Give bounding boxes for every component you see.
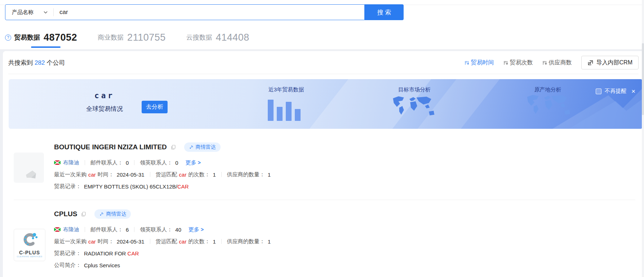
keyword-highlight: car xyxy=(179,172,187,178)
company-intro-label: 公司简介： xyxy=(54,262,81,269)
chevron-down-icon xyxy=(44,11,48,14)
last-purchase-label: 最近一次采购 xyxy=(54,238,86,245)
chevron-right-icon: > xyxy=(201,227,204,232)
import-crm-button[interactable]: 导入内部CRM xyxy=(581,56,639,69)
page: 产品名称 搜 索 ? 贸易数据 487052 商业数据 2110755 云搜数据… xyxy=(0,0,644,277)
trade-record-keyword: CAR xyxy=(128,250,139,256)
supplier-count-label: 供应商的数量： xyxy=(227,171,265,178)
sort-trade-time[interactable]: 贸易时间 xyxy=(465,59,494,67)
company-name[interactable]: BOUTIQUE INGERI NZIZA LIMITED xyxy=(54,143,167,151)
divider xyxy=(221,172,222,177)
divider xyxy=(85,160,85,165)
freight-match-label-post: 的次数： xyxy=(188,171,210,178)
sort-icon xyxy=(503,60,508,65)
freight-match-label: 货运匹配 xyxy=(156,171,177,178)
data-tabs: ? 贸易数据 487052 商业数据 2110755 云搜数据 414408 xyxy=(5,31,270,44)
tab-count: 414408 xyxy=(216,32,249,43)
email-contacts-count: 6 xyxy=(126,227,129,233)
mini-bar-chart xyxy=(268,100,301,121)
category-label: 产品名称 xyxy=(12,9,34,16)
chevron-right-icon: > xyxy=(198,160,201,165)
world-map-icon xyxy=(391,94,438,119)
placeholder-image xyxy=(14,153,44,183)
copy-icon[interactable] xyxy=(170,144,176,150)
tab-trade-data[interactable]: 贸易数据 487052 xyxy=(14,32,77,43)
analysis-banner: car 全球贸易情况 去分析 近3年贸易数据 目标市场分析 xyxy=(9,79,643,129)
banner-subtitle: 全球贸易情况 xyxy=(81,105,128,113)
cplus-logo-icon xyxy=(21,231,38,248)
divider xyxy=(221,239,222,244)
burundi-flag-icon xyxy=(54,227,61,232)
more-link[interactable]: 更多 > xyxy=(188,226,204,233)
sort-label: 贸易次数 xyxy=(510,59,533,67)
banner-keyword-group: car 全球贸易情况 xyxy=(81,91,128,113)
freight-match-label-post: 的次数： xyxy=(188,238,210,245)
company-name[interactable]: CPLUS xyxy=(54,210,77,218)
last-purchase-date: 2024-05-31 xyxy=(117,239,145,245)
company-divider xyxy=(14,200,635,200)
more-link[interactable]: 更多 > xyxy=(186,159,201,166)
help-icon[interactable]: ? xyxy=(5,35,11,41)
trade-record-text: EMPTY BOTTLES (SKOL) 65CLX12B/ xyxy=(84,183,177,190)
tab-business-data[interactable]: 商业数据 2110755 xyxy=(98,32,166,43)
tab-count: 2110755 xyxy=(127,32,166,43)
search-input[interactable] xyxy=(54,5,364,20)
sort-icon xyxy=(465,60,469,65)
radar-badge[interactable]: 商情雷达 xyxy=(184,142,221,152)
linkedin-contacts-label: 领英联系人： xyxy=(140,159,172,166)
logo-name: C-PLUS xyxy=(14,250,45,255)
radar-badge-label: 商情雷达 xyxy=(106,211,126,217)
company-intro-text: Cplus Services xyxy=(84,262,120,268)
radar-icon xyxy=(99,212,104,217)
freight-match-label: 货运匹配 xyxy=(156,238,177,245)
close-icon[interactable]: × xyxy=(631,88,635,94)
sort-trade-count[interactable]: 贸易次数 xyxy=(503,59,533,67)
tab-count: 487052 xyxy=(44,32,77,43)
email-contacts-label: 邮件联系人： xyxy=(90,226,123,233)
company-info: BOUTIQUE INGERI NZIZA LIMITED 商情雷达 xyxy=(54,142,635,190)
company-logo[interactable] xyxy=(14,153,44,183)
header-divider xyxy=(8,74,639,74)
analyze-button[interactable]: 去分析 xyxy=(142,101,168,113)
dismiss-group: 不再提醒 × xyxy=(596,88,635,95)
tab-label: 贸易数据 xyxy=(14,33,40,42)
divider xyxy=(134,160,134,165)
company-card: C-PLUS CLEANING SERVICES CPLUS 商情雷达 xyxy=(14,209,635,273)
supplier-count: 1 xyxy=(268,239,271,245)
bar xyxy=(268,100,274,121)
company-country[interactable]: 布隆迪 xyxy=(63,159,79,166)
trade-record-label: 贸易记录： xyxy=(54,250,81,257)
tab-cloud-search-data[interactable]: 云搜数据 414408 xyxy=(186,32,249,43)
company-logo[interactable]: C-PLUS CLEANING SERVICES xyxy=(14,229,45,261)
last-purchase-label: 最近一次采购 xyxy=(54,171,86,178)
banner-chart-title: 近3年贸易数据 xyxy=(261,86,311,93)
company-card: BOUTIQUE INGERI NZIZA LIMITED 商情雷达 xyxy=(14,142,635,194)
freight-match-count: 1 xyxy=(213,239,216,245)
scrollbar[interactable] xyxy=(642,0,644,277)
search-button[interactable]: 搜 索 xyxy=(365,4,404,20)
copy-icon[interactable] xyxy=(81,211,86,217)
dont-remind-checkbox[interactable] xyxy=(596,88,601,94)
burundi-flag-icon xyxy=(54,160,61,165)
logo-subtitle: CLEANING SERVICES xyxy=(14,255,45,258)
sort-supplier-count[interactable]: 供应商数 xyxy=(542,59,572,67)
scrollbar-thumb[interactable] xyxy=(642,43,644,115)
email-contacts-label: 邮件联系人： xyxy=(90,159,123,166)
last-purchase-label-post: 时间： xyxy=(98,238,114,245)
company-country[interactable]: 布隆迪 xyxy=(63,226,79,233)
product-category-dropdown[interactable]: 产品名称 xyxy=(5,9,53,16)
linkedin-contacts-label: 领英联系人： xyxy=(140,226,172,233)
results-header: 共搜索到282个公司 贸易时间 贸易次数 供应商数 xyxy=(8,55,639,71)
banner-market-title: 目标市场分析 xyxy=(389,86,440,93)
radar-icon xyxy=(189,145,194,150)
trade-record-keyword: CAR xyxy=(177,183,189,190)
more-label: 更多 xyxy=(186,159,196,166)
sort-icon xyxy=(542,60,547,65)
linkedin-contacts-count: 0 xyxy=(175,160,178,166)
trade-record-text: RADIATIOR FOR xyxy=(84,250,128,256)
keyword-highlight: car xyxy=(88,172,96,178)
freight-match-count: 1 xyxy=(213,172,216,178)
radar-badge-label: 商情雷达 xyxy=(196,144,216,150)
radar-badge[interactable]: 商情雷达 xyxy=(94,209,131,219)
results-card: 共搜索到282个公司 贸易时间 贸易次数 供应商数 xyxy=(3,51,644,277)
